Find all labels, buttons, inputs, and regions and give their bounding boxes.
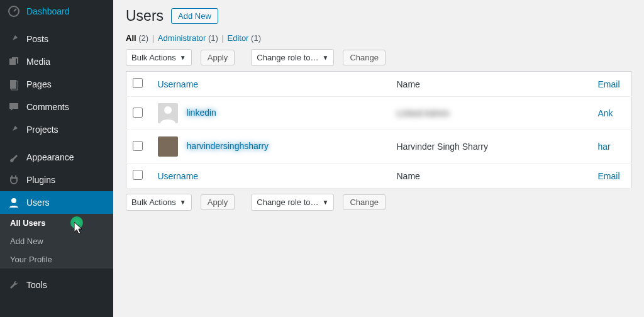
- pages-icon: [8, 78, 20, 91]
- user-email[interactable]: har: [598, 142, 611, 152]
- sidebar-item-media[interactable]: Media: [0, 50, 113, 73]
- svg-rect-1: [9, 58, 16, 65]
- col-username-header[interactable]: Username: [158, 79, 199, 89]
- tablenav-top: Bulk Actions▼ Apply Change role to…▼ Cha…: [126, 49, 631, 66]
- add-new-button[interactable]: Add New: [171, 8, 218, 24]
- col-email-header[interactable]: Email: [598, 79, 620, 89]
- apply-button[interactable]: Apply: [201, 50, 235, 65]
- bulk-actions-select-bottom[interactable]: Bulk Actions▼: [126, 194, 192, 211]
- select-all-checkbox-footer[interactable]: [133, 170, 143, 180]
- submenu-your-profile[interactable]: Your Profile: [0, 250, 113, 269]
- sidebar-item-projects[interactable]: Projects: [0, 118, 113, 141]
- row-checkbox[interactable]: [133, 141, 143, 151]
- sidebar-item-dashboard[interactable]: Dashboard: [0, 0, 113, 23]
- submenu-add-new[interactable]: Add New: [0, 232, 113, 250]
- wrench-icon: [8, 279, 20, 291]
- submenu-all-users[interactable]: All Users: [0, 214, 113, 232]
- bulk-actions-select[interactable]: Bulk Actions▼: [126, 49, 192, 66]
- sidebar-label: Comments: [26, 102, 69, 112]
- sidebar-item-pages[interactable]: Pages: [0, 73, 113, 96]
- plug-icon: [8, 174, 20, 186]
- role-filters: All (2) | Administrator (1) | Editor (1): [126, 33, 631, 43]
- filter-administrator-count: (1): [208, 33, 218, 43]
- sidebar-item-plugins[interactable]: Plugins: [0, 169, 113, 191]
- svg-point-4: [11, 198, 16, 203]
- avatar: [158, 136, 178, 157]
- sidebar-item-posts[interactable]: Posts: [0, 28, 113, 50]
- row-checkbox[interactable]: [133, 108, 143, 118]
- tablenav-bottom: Bulk Actions▼ Apply Change role to…▼ Cha…: [126, 194, 631, 211]
- user-name: Linked Admin: [397, 108, 450, 118]
- brush-icon: [8, 151, 20, 164]
- comment-icon: [8, 101, 20, 113]
- main-content: Users Add New All (2) | Administrator (1…: [113, 0, 644, 317]
- pin-icon: [8, 123, 20, 136]
- change-button[interactable]: Change: [343, 50, 386, 65]
- sidebar-item-appearance[interactable]: Appearance: [0, 146, 113, 169]
- user-name: Harvinder Singh Sharry: [391, 130, 592, 164]
- table-row: linkedin Linked Admin Ank: [126, 97, 631, 130]
- pin-icon: [8, 33, 20, 45]
- admin-sidebar: Dashboard Posts Media Pages Comments Pro…: [0, 0, 113, 317]
- col-name-footer[interactable]: Name: [391, 164, 592, 189]
- users-table: Username Name Email linkedin Linked Admi…: [126, 71, 631, 189]
- filter-editor[interactable]: Editor: [227, 33, 248, 43]
- sidebar-label: Posts: [26, 34, 48, 44]
- sidebar-label: Users: [26, 197, 50, 208]
- dashboard-icon: [8, 5, 20, 18]
- sidebar-label: Media: [26, 57, 50, 67]
- filter-all[interactable]: All: [126, 33, 136, 43]
- table-row: harvindersinghsharry Harvinder Singh Sha…: [126, 130, 631, 164]
- filter-all-count: (2): [138, 33, 148, 43]
- page-title: Users: [126, 8, 164, 25]
- user-email[interactable]: Ank: [598, 108, 613, 118]
- username-link[interactable]: harvindersinghsharry: [186, 141, 269, 151]
- caret-down-icon: ▼: [180, 54, 186, 61]
- sidebar-label: Projects: [26, 125, 58, 135]
- caret-down-icon: ▼: [323, 54, 329, 61]
- filter-administrator[interactable]: Administrator: [158, 33, 206, 43]
- col-username-footer[interactable]: Username: [158, 171, 199, 181]
- sidebar-item-comments[interactable]: Comments: [0, 96, 113, 118]
- sidebar-submenu: All Users Add New Your Profile: [0, 214, 113, 269]
- change-role-select-bottom[interactable]: Change role to…▼: [251, 194, 334, 211]
- sidebar-item-users[interactable]: Users: [0, 191, 113, 214]
- sidebar-label: Pages: [26, 79, 52, 89]
- apply-button-bottom[interactable]: Apply: [201, 194, 235, 210]
- media-icon: [8, 55, 20, 68]
- sidebar-label: Plugins: [26, 175, 55, 185]
- avatar: [158, 103, 178, 123]
- sidebar-item-tools[interactable]: Tools: [0, 274, 113, 296]
- col-name-header[interactable]: Name: [391, 72, 592, 97]
- caret-down-icon: ▼: [323, 199, 329, 206]
- filter-editor-count: (1): [251, 33, 261, 43]
- sidebar-label: Tools: [26, 280, 47, 290]
- change-button-bottom[interactable]: Change: [343, 194, 386, 210]
- sidebar-label: Dashboard: [26, 6, 70, 16]
- caret-down-icon: ▼: [180, 199, 186, 206]
- select-all-checkbox[interactable]: [133, 78, 143, 88]
- sidebar-label: Appearance: [26, 152, 74, 162]
- username-link[interactable]: linkedin: [186, 108, 216, 118]
- change-role-select[interactable]: Change role to…▼: [251, 49, 334, 66]
- user-icon: [8, 196, 20, 209]
- col-email-footer[interactable]: Email: [598, 171, 620, 181]
